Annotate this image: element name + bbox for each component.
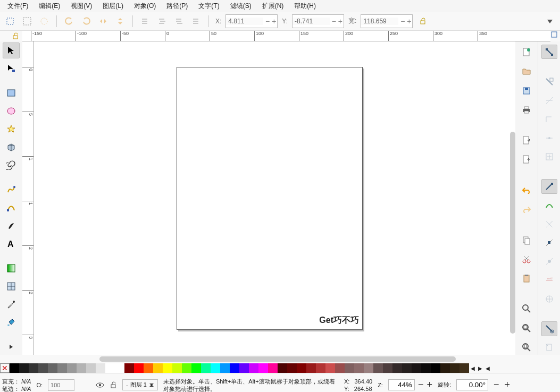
save-icon[interactable] [519,83,534,98]
color-swatch[interactable] [249,363,258,373]
lower-bottom-icon[interactable] [189,14,203,28]
fill-stroke-indicator[interactable]: 直充： N/A 笔边： N/A [2,378,31,393]
color-swatch[interactable] [345,363,354,373]
color-swatch[interactable] [191,363,201,373]
calligraphy-tool[interactable] [3,218,20,234]
vertical-scrollbar[interactable] [510,132,515,334]
x-input[interactable]: − + [225,14,278,28]
color-swatch[interactable] [124,363,134,373]
color-swatch[interactable] [431,363,440,373]
zoom-in-icon[interactable]: + [427,379,432,390]
horizontal-scrollbar[interactable] [45,356,502,362]
new-doc-icon[interactable] [519,45,534,59]
palette-menu-icon[interactable]: ◀ [484,363,491,373]
color-swatch[interactable] [335,363,345,373]
color-swatch[interactable] [115,363,124,373]
canvas[interactable]: Get巧不巧 [34,41,515,355]
raise-icon[interactable] [155,14,169,28]
w-input[interactable]: − + [361,14,413,28]
color-swatch[interactable] [144,363,153,373]
snap-mid-icon[interactable] [541,131,557,145]
more-tools-icon[interactable] [3,339,20,355]
zoom-sel-icon[interactable] [519,301,534,316]
zoom-draw-icon[interactable] [519,321,534,336]
color-swatch[interactable] [287,363,297,373]
color-swatch[interactable] [163,363,172,373]
snap-page-icon[interactable] [541,340,557,355]
vertical-ruler[interactable]: 0 5 1 1 2 2 3 [22,41,34,355]
color-swatch[interactable] [450,363,459,373]
circle-tool[interactable] [3,103,20,119]
text-tool[interactable]: A [3,236,20,252]
layer-lock-icon[interactable] [110,381,117,389]
zoom-out-icon[interactable]: − [418,379,424,390]
deselect-icon[interactable] [37,14,51,28]
menu-filter[interactable]: 滤镜(S) [225,0,257,12]
bucket-tool[interactable] [3,314,20,330]
horizontal-ruler[interactable]: -150 -100 -50 0 50 100 150 200 250 300 3… [22,31,550,41]
color-swatch[interactable] [220,363,230,373]
selector-tool[interactable] [3,42,20,58]
color-swatch[interactable] [421,363,431,373]
color-swatch[interactable] [364,363,373,373]
snap-bbox-icon[interactable] [541,74,557,89]
mesh-tool[interactable] [3,278,20,294]
rotate-dec-icon[interactable]: − [494,379,499,390]
color-swatch[interactable] [19,363,29,373]
color-swatch[interactable] [383,363,392,373]
color-swatch[interactable] [38,363,48,373]
gradient-tool[interactable] [3,260,20,276]
flip-v-icon[interactable] [113,14,127,28]
flip-h-icon[interactable] [96,14,110,28]
y-input[interactable]: − + [292,14,344,28]
rotate-input[interactable] [456,379,488,390]
color-swatch[interactable] [29,363,38,373]
guide-lock-icon[interactable] [550,31,558,38]
spiral-tool[interactable] [3,157,20,173]
color-swatch[interactable] [86,363,96,373]
snap-edge-icon[interactable] [541,93,557,107]
dropper-tool[interactable] [3,296,20,312]
export-icon[interactable] [519,152,534,167]
color-swatch[interactable] [57,363,67,373]
menu-view[interactable]: 视图(V) [65,0,97,12]
layer-selector[interactable]: -图层 1 [122,379,158,390]
select-all-layers-icon[interactable] [3,14,17,28]
snap-corner-icon[interactable] [541,112,557,126]
visibility-icon[interactable] [96,382,104,388]
color-swatch[interactable] [48,363,57,373]
color-swatch[interactable] [134,363,144,373]
color-swatch[interactable] [354,363,364,373]
rect-tool[interactable] [3,85,20,101]
color-swatch[interactable] [258,363,268,373]
color-swatch[interactable] [373,363,383,373]
undo-icon[interactable] [519,183,534,198]
color-swatch[interactable] [459,363,469,373]
lock-icon[interactable] [416,14,430,28]
cut-icon[interactable] [519,252,534,267]
lower-icon[interactable] [172,14,186,28]
bezier-tool[interactable] [3,200,20,216]
color-swatch[interactable] [201,363,211,373]
color-swatch[interactable] [77,363,86,373]
snap-line-mid-icon[interactable]: mid [541,273,557,287]
color-swatch[interactable] [10,363,19,373]
paste-icon[interactable] [519,271,534,286]
no-color-swatch[interactable]: ✕ [0,363,10,373]
color-swatch[interactable] [96,363,105,373]
raise-top-icon[interactable] [138,14,152,28]
snap-center-icon[interactable] [541,149,557,164]
color-swatch[interactable] [182,363,191,373]
color-swatch[interactable] [278,363,287,373]
snap-cusp-icon[interactable] [541,235,557,250]
snap-path-icon[interactable] [541,198,557,212]
opacity-input[interactable]: 100 [48,379,74,391]
snap-smooth-icon[interactable] [541,254,557,269]
node-tool[interactable] [3,61,20,76]
menu-edit[interactable]: 编辑(E) [34,0,65,12]
menu-ext[interactable]: 扩展(N) [257,0,289,12]
star-tool[interactable] [3,121,20,137]
menu-layer[interactable]: 图层(L) [97,0,129,12]
color-swatch[interactable] [230,363,239,373]
palette-left-icon[interactable]: ◀ [469,363,477,373]
